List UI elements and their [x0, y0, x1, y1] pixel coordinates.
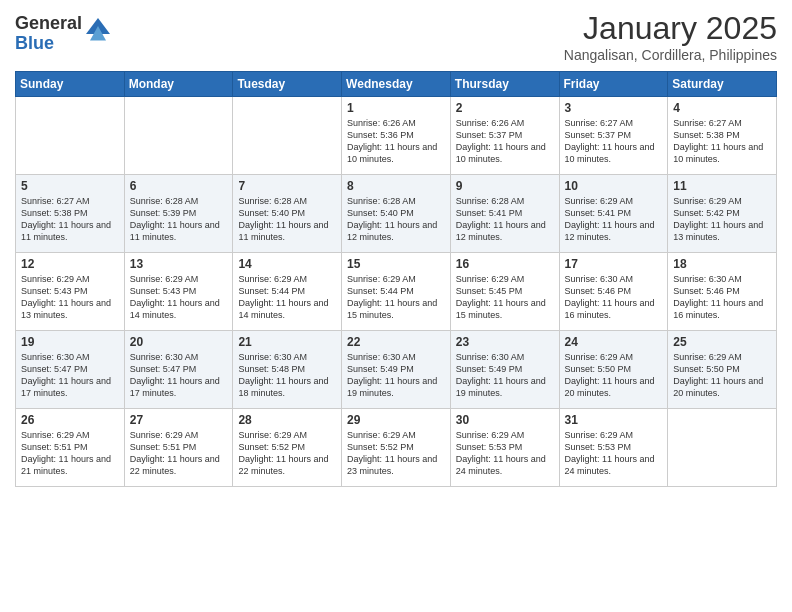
title-block: January 2025 Nangalisan, Cordillera, Phi…	[564, 10, 777, 63]
cell-text: Daylight: 11 hours and 12 minutes.	[456, 219, 554, 243]
cell-text: Sunrise: 6:29 AM	[673, 351, 771, 363]
cell-text: Sunset: 5:49 PM	[347, 363, 445, 375]
calendar-cell: 10Sunrise: 6:29 AMSunset: 5:41 PMDayligh…	[559, 175, 668, 253]
cell-text: Sunrise: 6:29 AM	[565, 429, 663, 441]
cell-text: Sunrise: 6:26 AM	[456, 117, 554, 129]
day-number: 5	[21, 179, 119, 193]
cell-text: Sunset: 5:52 PM	[347, 441, 445, 453]
cell-text: Daylight: 11 hours and 17 minutes.	[21, 375, 119, 399]
cell-text: Daylight: 11 hours and 14 minutes.	[238, 297, 336, 321]
cell-text: Daylight: 11 hours and 24 minutes.	[456, 453, 554, 477]
cell-text: Daylight: 11 hours and 21 minutes.	[21, 453, 119, 477]
logo-icon	[86, 18, 110, 42]
calendar-cell: 18Sunrise: 6:30 AMSunset: 5:46 PMDayligh…	[668, 253, 777, 331]
cell-text: Sunrise: 6:29 AM	[238, 273, 336, 285]
calendar-cell: 30Sunrise: 6:29 AMSunset: 5:53 PMDayligh…	[450, 409, 559, 487]
day-number: 22	[347, 335, 445, 349]
logo-general: General	[15, 14, 82, 34]
calendar-cell: 1Sunrise: 6:26 AMSunset: 5:36 PMDaylight…	[342, 97, 451, 175]
cell-text: Sunset: 5:37 PM	[456, 129, 554, 141]
cell-text: Sunset: 5:47 PM	[130, 363, 228, 375]
weekday-monday: Monday	[124, 72, 233, 97]
cell-text: Sunrise: 6:30 AM	[347, 351, 445, 363]
cell-text: Sunrise: 6:29 AM	[238, 429, 336, 441]
day-number: 20	[130, 335, 228, 349]
cell-text: Sunrise: 6:28 AM	[130, 195, 228, 207]
cell-text: Sunrise: 6:29 AM	[456, 273, 554, 285]
calendar-cell: 4Sunrise: 6:27 AMSunset: 5:38 PMDaylight…	[668, 97, 777, 175]
cell-text: Sunset: 5:50 PM	[673, 363, 771, 375]
day-number: 25	[673, 335, 771, 349]
calendar-cell	[124, 97, 233, 175]
calendar-cell: 3Sunrise: 6:27 AMSunset: 5:37 PMDaylight…	[559, 97, 668, 175]
week-row-2: 5Sunrise: 6:27 AMSunset: 5:38 PMDaylight…	[16, 175, 777, 253]
cell-text: Sunset: 5:50 PM	[565, 363, 663, 375]
calendar-cell: 2Sunrise: 6:26 AMSunset: 5:37 PMDaylight…	[450, 97, 559, 175]
cell-text: Daylight: 11 hours and 19 minutes.	[347, 375, 445, 399]
cell-text: Sunset: 5:40 PM	[238, 207, 336, 219]
calendar-cell: 28Sunrise: 6:29 AMSunset: 5:52 PMDayligh…	[233, 409, 342, 487]
weekday-wednesday: Wednesday	[342, 72, 451, 97]
cell-text: Daylight: 11 hours and 18 minutes.	[238, 375, 336, 399]
cell-text: Sunset: 5:39 PM	[130, 207, 228, 219]
cell-text: Daylight: 11 hours and 12 minutes.	[347, 219, 445, 243]
day-number: 4	[673, 101, 771, 115]
cell-text: Sunrise: 6:27 AM	[21, 195, 119, 207]
calendar-cell: 29Sunrise: 6:29 AMSunset: 5:52 PMDayligh…	[342, 409, 451, 487]
cell-text: Sunrise: 6:29 AM	[565, 195, 663, 207]
header: General Blue January 2025 Nangalisan, Co…	[15, 10, 777, 63]
cell-text: Sunset: 5:46 PM	[673, 285, 771, 297]
month-title: January 2025	[564, 10, 777, 47]
calendar-cell: 26Sunrise: 6:29 AMSunset: 5:51 PMDayligh…	[16, 409, 125, 487]
cell-text: Sunrise: 6:29 AM	[456, 429, 554, 441]
calendar-cell: 15Sunrise: 6:29 AMSunset: 5:44 PMDayligh…	[342, 253, 451, 331]
cell-text: Daylight: 11 hours and 15 minutes.	[456, 297, 554, 321]
cell-text: Sunrise: 6:29 AM	[130, 429, 228, 441]
calendar: SundayMondayTuesdayWednesdayThursdayFrid…	[15, 71, 777, 487]
cell-text: Sunset: 5:49 PM	[456, 363, 554, 375]
day-number: 3	[565, 101, 663, 115]
day-number: 31	[565, 413, 663, 427]
logo: General Blue	[15, 14, 110, 54]
day-number: 19	[21, 335, 119, 349]
cell-text: Daylight: 11 hours and 11 minutes.	[130, 219, 228, 243]
calendar-cell	[16, 97, 125, 175]
week-row-1: 1Sunrise: 6:26 AMSunset: 5:36 PMDaylight…	[16, 97, 777, 175]
page: General Blue January 2025 Nangalisan, Co…	[0, 0, 792, 612]
cell-text: Daylight: 11 hours and 24 minutes.	[565, 453, 663, 477]
weekday-tuesday: Tuesday	[233, 72, 342, 97]
day-number: 14	[238, 257, 336, 271]
cell-text: Sunset: 5:42 PM	[673, 207, 771, 219]
cell-text: Sunrise: 6:28 AM	[238, 195, 336, 207]
weekday-friday: Friday	[559, 72, 668, 97]
cell-text: Sunrise: 6:27 AM	[565, 117, 663, 129]
cell-text: Sunrise: 6:30 AM	[456, 351, 554, 363]
day-number: 7	[238, 179, 336, 193]
day-number: 17	[565, 257, 663, 271]
cell-text: Daylight: 11 hours and 15 minutes.	[347, 297, 445, 321]
calendar-cell: 7Sunrise: 6:28 AMSunset: 5:40 PMDaylight…	[233, 175, 342, 253]
cell-text: Sunset: 5:38 PM	[21, 207, 119, 219]
day-number: 10	[565, 179, 663, 193]
cell-text: Sunset: 5:48 PM	[238, 363, 336, 375]
cell-text: Sunrise: 6:30 AM	[238, 351, 336, 363]
cell-text: Sunset: 5:44 PM	[347, 285, 445, 297]
calendar-cell: 27Sunrise: 6:29 AMSunset: 5:51 PMDayligh…	[124, 409, 233, 487]
logo-text: General Blue	[15, 14, 82, 54]
week-row-3: 12Sunrise: 6:29 AMSunset: 5:43 PMDayligh…	[16, 253, 777, 331]
calendar-cell: 20Sunrise: 6:30 AMSunset: 5:47 PMDayligh…	[124, 331, 233, 409]
cell-text: Sunset: 5:47 PM	[21, 363, 119, 375]
calendar-cell: 24Sunrise: 6:29 AMSunset: 5:50 PMDayligh…	[559, 331, 668, 409]
cell-text: Sunrise: 6:29 AM	[21, 273, 119, 285]
cell-text: Sunset: 5:52 PM	[238, 441, 336, 453]
cell-text: Daylight: 11 hours and 11 minutes.	[21, 219, 119, 243]
cell-text: Sunset: 5:43 PM	[130, 285, 228, 297]
day-number: 24	[565, 335, 663, 349]
cell-text: Daylight: 11 hours and 10 minutes.	[347, 141, 445, 165]
cell-text: Sunset: 5:41 PM	[456, 207, 554, 219]
calendar-cell: 25Sunrise: 6:29 AMSunset: 5:50 PMDayligh…	[668, 331, 777, 409]
calendar-cell: 8Sunrise: 6:28 AMSunset: 5:40 PMDaylight…	[342, 175, 451, 253]
cell-text: Sunset: 5:37 PM	[565, 129, 663, 141]
cell-text: Sunset: 5:46 PM	[565, 285, 663, 297]
cell-text: Daylight: 11 hours and 22 minutes.	[130, 453, 228, 477]
